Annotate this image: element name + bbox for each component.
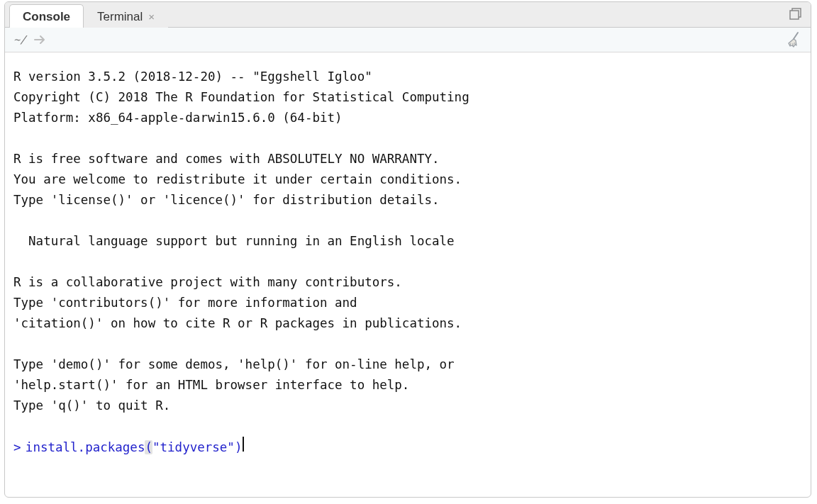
clear-console-icon[interactable] [785, 30, 804, 49]
current-command: install.packages("tidyverse") [26, 437, 243, 458]
startup-message: R version 3.5.2 (2018-12-20) -- "Eggshel… [13, 69, 469, 413]
console-input-line[interactable]: >install.packages("tidyverse") [13, 437, 802, 458]
window-controls [788, 6, 804, 22]
tab-terminal[interactable]: Terminal × [84, 4, 168, 28]
console-toolbar: ~/ [5, 28, 811, 52]
text-cursor [243, 437, 244, 452]
prompt-symbol: > [13, 437, 21, 458]
svg-rect-1 [790, 11, 799, 19]
close-icon[interactable]: × [148, 11, 155, 22]
console-panel: Console Terminal × ~/ [4, 1, 811, 498]
view-history-icon[interactable] [33, 34, 48, 45]
maximize-icon[interactable] [788, 6, 804, 22]
tab-terminal-label: Terminal [97, 5, 143, 28]
tab-console-label: Console [23, 5, 70, 28]
svg-line-2 [794, 33, 798, 39]
working-directory[interactable]: ~/ [13, 33, 26, 46]
console-output-area[interactable]: R version 3.5.2 (2018-12-20) -- "Eggshel… [5, 52, 811, 497]
tab-console[interactable]: Console [9, 4, 84, 28]
tab-bar: Console Terminal × [5, 2, 811, 28]
